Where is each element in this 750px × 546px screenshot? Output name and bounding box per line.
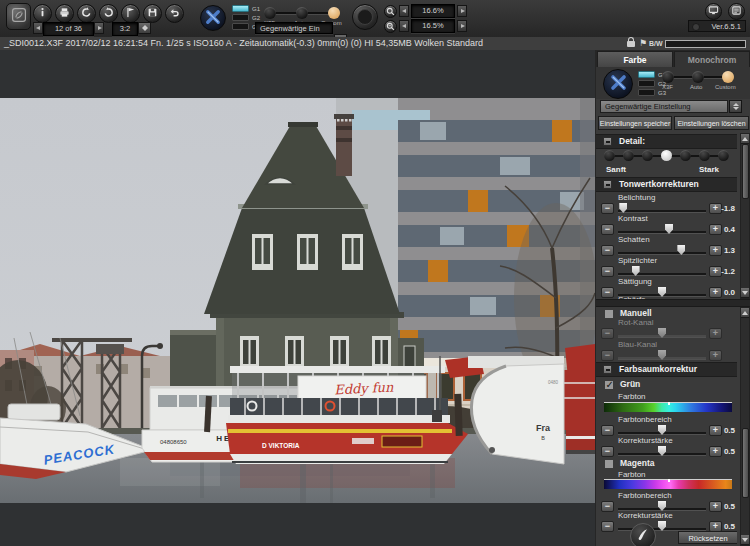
detail-dot[interactable] xyxy=(642,150,653,161)
save-settings-button[interactable]: Einstellungen speicher xyxy=(598,116,672,130)
slider-thumb[interactable] xyxy=(658,287,666,297)
detail-dot[interactable] xyxy=(699,150,710,161)
scrollbar[interactable] xyxy=(740,307,750,546)
decrease-button[interactable]: − xyxy=(601,224,614,235)
mode-auto-dot[interactable] xyxy=(692,71,704,83)
scrollbar-thumb[interactable] xyxy=(742,428,749,498)
slider-thumb[interactable] xyxy=(658,425,666,435)
decrease-button[interactable]: − xyxy=(601,287,614,298)
magenta-checkbox[interactable] xyxy=(604,459,614,469)
zoom-increase-button[interactable] xyxy=(457,5,467,17)
detail-dot[interactable] xyxy=(680,150,691,161)
detail-dot-selected[interactable] xyxy=(661,150,672,161)
tab-monochrom[interactable]: Monochrom xyxy=(674,51,750,67)
slider-thumb[interactable] xyxy=(619,203,627,213)
aspect-ratio-select[interactable]: 3:2 xyxy=(112,22,138,36)
preview-toggle-button[interactable] xyxy=(352,4,378,30)
aspect-ratio-stepper[interactable] xyxy=(138,22,151,34)
mode-auto-dot[interactable] xyxy=(296,7,308,19)
x3f-logo-button[interactable] xyxy=(200,5,226,31)
slider-label: Korrekturstärke xyxy=(618,511,673,520)
decrease-button[interactable]: − xyxy=(601,446,614,457)
decrease-button[interactable]: − xyxy=(601,328,614,339)
increase-button[interactable]: + xyxy=(709,328,722,339)
increase-button[interactable]: + xyxy=(709,350,722,361)
decrease-button[interactable]: − xyxy=(601,350,614,361)
next-image-button[interactable] xyxy=(94,22,104,34)
zoom-value-loupe[interactable]: 16.5% xyxy=(411,19,455,33)
slider-thumb[interactable] xyxy=(658,328,666,338)
mansard-windows xyxy=(252,234,363,270)
print-button[interactable] xyxy=(55,4,74,23)
slider-row-schatten: Schatten − + 1.3 xyxy=(596,235,737,257)
zoom-decrease-button[interactable] xyxy=(399,20,409,32)
scrollbar[interactable] xyxy=(740,133,750,299)
scroll-down-button[interactable] xyxy=(741,288,749,298)
delete-settings-button[interactable]: Einstellungen löschen xyxy=(674,116,749,130)
scroll-up-button[interactable] xyxy=(741,308,749,318)
slider-thumb[interactable] xyxy=(677,245,685,255)
slider-thumb[interactable] xyxy=(665,224,673,234)
slider-track[interactable] xyxy=(618,350,706,362)
info-button[interactable] xyxy=(33,4,52,23)
magnifier-minus-button[interactable] xyxy=(384,20,397,33)
image-preview[interactable]: PEACOCK HELGARD Berlin 04808650 D Eddy f… xyxy=(0,98,595,503)
decrease-button[interactable]: − xyxy=(601,245,614,256)
collapse-toggle[interactable] xyxy=(603,365,612,374)
scroll-up-button[interactable] xyxy=(741,134,749,144)
print-settings-button[interactable] xyxy=(728,3,745,20)
slider-thumb[interactable] xyxy=(658,501,666,511)
rotate-right-button[interactable] xyxy=(99,4,118,23)
scroll-down-button[interactable] xyxy=(741,535,749,545)
boat-reg-helgard: 04808650 xyxy=(160,439,187,445)
slider-track[interactable] xyxy=(618,446,706,458)
zoom-increase-button[interactable] xyxy=(457,20,467,32)
detail-dot[interactable] xyxy=(623,150,634,161)
zoom-decrease-button[interactable] xyxy=(399,5,409,17)
x3f-logo-button[interactable] xyxy=(603,69,633,99)
mode-auto-label: Auto xyxy=(690,84,702,90)
reset-button[interactable]: Rücksetzen xyxy=(678,531,737,544)
scrollbar-thumb[interactable] xyxy=(742,144,749,199)
previous-image-button[interactable] xyxy=(33,22,43,34)
detail-dot[interactable] xyxy=(718,150,729,161)
app-logo-button[interactable] xyxy=(6,3,31,30)
flag-button[interactable] xyxy=(121,4,140,23)
zoom-value-main[interactable]: 16.6% xyxy=(411,4,455,18)
slider-thumb[interactable] xyxy=(632,266,640,276)
preset-stepper[interactable] xyxy=(729,100,742,113)
save-button[interactable] xyxy=(143,4,162,23)
slider-track[interactable] xyxy=(618,328,706,340)
mode-x3f-dot[interactable] xyxy=(662,71,674,83)
detail-dot-slider[interactable] xyxy=(604,149,732,163)
slider-label: Sättigung xyxy=(618,277,652,286)
list-icon xyxy=(731,4,742,19)
g1-indicator xyxy=(232,5,249,12)
collapse-toggle[interactable] xyxy=(603,180,612,189)
display-settings-button[interactable] xyxy=(705,3,722,20)
mode-slider[interactable]: X3F Auto Custom xyxy=(660,67,736,91)
boat-name-eddy: Eddy fun xyxy=(334,379,394,397)
slider-thumb[interactable] xyxy=(658,446,666,456)
mode-custom-dot[interactable] xyxy=(328,7,340,19)
decrease-button[interactable]: − xyxy=(601,266,614,277)
tab-farbe[interactable]: Farbe xyxy=(597,51,673,67)
undo-button[interactable] xyxy=(165,4,184,23)
g2-indicator xyxy=(232,14,249,21)
gruen-checkbox[interactable] xyxy=(604,380,614,390)
preset-dropdown-toolbar[interactable]: Gegenwärtige Ein xyxy=(255,22,333,34)
mode-x3f-dot[interactable] xyxy=(264,7,276,19)
rotate-left-button[interactable] xyxy=(77,4,96,23)
top-toolbar: 12 of 36 3:2 G1 G2 G3 X3F Auto Custom Ge… xyxy=(0,0,750,38)
decrease-button[interactable]: − xyxy=(601,521,614,532)
slider-thumb[interactable] xyxy=(658,521,666,531)
decrease-button[interactable]: − xyxy=(601,425,614,436)
slider-thumb[interactable] xyxy=(658,350,666,360)
collapse-toggle[interactable] xyxy=(603,137,612,146)
magnifier-plus-button[interactable] xyxy=(384,5,397,18)
decrease-button[interactable]: − xyxy=(601,203,614,214)
preset-dropdown[interactable]: Gegenwärtige Einstellung xyxy=(600,100,728,113)
mode-custom-dot[interactable] xyxy=(722,71,734,83)
detail-dot[interactable] xyxy=(604,150,615,161)
x3-icon xyxy=(609,73,628,96)
